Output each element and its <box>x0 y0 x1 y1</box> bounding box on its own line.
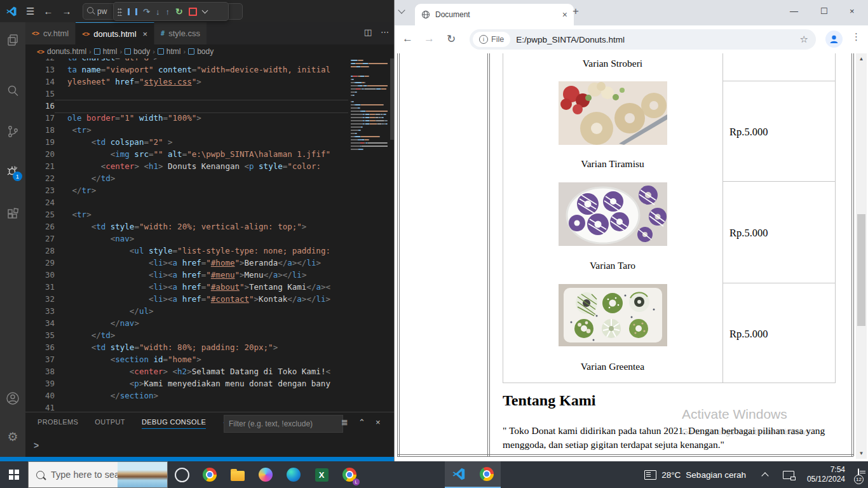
chrome-profile-button[interactable]: L <box>336 461 363 488</box>
file-explorer-button[interactable] <box>224 461 252 488</box>
tab-donuts-html[interactable]: <>donuts.html× <box>76 22 154 45</box>
weather-widget[interactable]: 28°C Sebagian cerah <box>644 470 746 480</box>
panel-tab-output[interactable]: OUTPUT <box>95 418 125 429</box>
code-line[interactable]: 14ylesheet" href="styles.css"> <box>25 76 348 88</box>
tab-search-chevron-icon[interactable] <box>398 6 405 13</box>
collapse-panel-icon[interactable]: ⌃ <box>358 417 365 427</box>
vscode-statusbar[interactable] <box>0 457 394 461</box>
debug-step-into-icon[interactable]: ↓ <box>156 8 160 16</box>
tab-close-icon[interactable]: × <box>143 29 148 39</box>
code-line[interactable]: 19 <td colspan="2" > <box>25 136 348 148</box>
code-line[interactable]: 13ta name="viewport" content="width=devi… <box>25 64 348 76</box>
run-debug-icon[interactable]: 1 <box>0 157 25 185</box>
browser-close-icon[interactable]: × <box>850 6 855 16</box>
breadcrumb-file[interactable]: <>donuts.html <box>37 47 86 56</box>
bookmark-star-icon[interactable]: ☆ <box>800 34 808 45</box>
code-line[interactable]: 16 <box>25 100 348 112</box>
nav-forward-icon[interactable]: → <box>62 6 71 17</box>
scroll-up-icon[interactable]: ▲ <box>856 53 867 64</box>
code-line[interactable]: 15 <box>25 88 348 100</box>
taskbar-search-input[interactable] <box>50 469 128 480</box>
clear-filter-icon[interactable]: ≣ <box>341 417 348 427</box>
excel-button[interactable]: X <box>308 461 336 488</box>
search-highlight-image[interactable] <box>118 462 167 487</box>
code-line[interactable]: 41 <box>25 402 348 412</box>
new-tab-icon[interactable]: + <box>573 5 579 18</box>
code-line[interactable]: 24 <box>25 196 348 208</box>
code-line[interactable]: 27 <nav> <box>25 233 348 245</box>
code-line[interactable]: 32 <li><a href="#contact">Kontak</a></li… <box>25 293 348 305</box>
clock[interactable]: 7:54 05/12/2024 <box>807 465 845 484</box>
browser-tab[interactable]: Document × <box>415 4 574 25</box>
debug-restart-icon[interactable]: ↻ <box>175 6 183 17</box>
code-line[interactable]: 17ole border="1" width="100%"> <box>25 112 348 124</box>
network-icon[interactable] <box>783 471 794 479</box>
debug-stop-icon[interactable] <box>189 8 197 16</box>
debug-filter-input[interactable] <box>224 415 343 433</box>
code-editor[interactable]: 12ta charset="utf-8">13ta name="viewport… <box>25 58 394 412</box>
code-line[interactable]: 35 </td> <box>25 329 348 341</box>
code-line[interactable]: 23 </tr> <box>25 184 348 196</box>
nav-back-icon[interactable]: ← <box>43 6 53 17</box>
code-line[interactable]: 36 <td style="width: 80%; padding: 20px;… <box>25 341 348 353</box>
explorer-icon[interactable] <box>0 26 25 54</box>
code-line[interactable]: 33 </ul> <box>25 305 348 317</box>
vscode-taskbar-button[interactable] <box>445 461 473 488</box>
search-sidebar-icon[interactable] <box>0 77 25 105</box>
cortana-button[interactable] <box>168 461 196 488</box>
file-scheme-chip[interactable]: iFile <box>473 32 510 47</box>
code-line[interactable]: 39 <p>Kami menyediakan menu donat dengan… <box>25 377 348 390</box>
breadcrumb-body2[interactable]: body <box>188 47 214 56</box>
breadcrumb-html2[interactable]: html <box>158 47 181 56</box>
tray-expand-icon[interactable] <box>761 472 768 479</box>
tab-style-css[interactable]: #style.css <box>154 22 207 44</box>
code-line[interactable]: 25 <tr> <box>25 208 348 220</box>
extensions-icon[interactable] <box>0 200 25 228</box>
breadcrumb-body[interactable]: body <box>125 47 150 56</box>
browser-maximize-icon[interactable]: ☐ <box>820 6 828 16</box>
code-line[interactable]: 34 </nav> <box>25 317 348 329</box>
debug-pause-icon[interactable] <box>128 8 137 15</box>
tab-cv-html[interactable]: <>cv.html <box>25 22 76 44</box>
profile-avatar[interactable] <box>825 30 843 48</box>
chrome-taskbar-button[interactable] <box>196 461 224 488</box>
drag-handle-icon[interactable] <box>118 8 122 16</box>
code-line[interactable]: 28 <ul style="list-style-type: none; pad… <box>25 245 348 257</box>
panel-tab-debug-console[interactable]: DEBUG CONSOLE <box>142 418 206 429</box>
browser-forward-icon[interactable]: → <box>424 32 435 45</box>
code-line[interactable]: 38 <center> <h2>Selamat Datang di Toko K… <box>25 365 348 377</box>
code-line[interactable]: 12ta charset="utf-8"> <box>25 58 348 64</box>
split-editor-icon[interactable]: ◫ <box>364 27 372 37</box>
code-line[interactable]: 29 <li><a href="#home">Beranda</a></li> <box>25 257 348 269</box>
panel-tab-problems[interactable]: PROBLEMS <box>37 418 78 429</box>
debug-dropdown-icon[interactable] <box>201 8 208 14</box>
browser-minimize-icon[interactable]: — <box>790 6 798 16</box>
browser-reload-icon[interactable]: ↻ <box>447 32 456 46</box>
taskbar-search[interactable] <box>28 461 168 488</box>
copilot-button[interactable] <box>252 461 280 488</box>
page-scrollbar[interactable]: ▲ ▼ <box>856 53 867 459</box>
source-control-icon[interactable] <box>0 118 25 146</box>
code-line[interactable]: 40 </section> <box>25 390 348 402</box>
browser-back-icon[interactable]: ← <box>402 32 413 45</box>
browser-menu-icon[interactable]: ⋮ <box>851 31 861 43</box>
code-line[interactable]: 18 <tr> <box>25 124 348 136</box>
tab-close-icon[interactable]: × <box>562 10 567 20</box>
code-line[interactable]: 26 <td style="width: 20%; vertical-align… <box>25 220 348 233</box>
settings-gear-icon[interactable]: ⚙ <box>0 423 25 451</box>
address-bar[interactable]: iFile E:/pwpb_SINTA/Donuts.html ☆ <box>470 29 816 50</box>
code-line[interactable]: 20 <img src="" alt="e:\pwpb_SINTA\halama… <box>25 148 348 160</box>
scrollbar-thumb[interactable] <box>857 214 865 326</box>
more-actions-icon[interactable]: ⋯ <box>381 27 389 37</box>
close-panel-icon[interactable]: × <box>376 417 381 427</box>
url-text[interactable]: E:/pwpb_SINTA/Donuts.html <box>516 35 799 44</box>
code-line[interactable]: 31 <li><a href="#about">Tentang Kami</a>… <box>25 281 348 293</box>
code-line[interactable]: 30 <li><a href="#menu">Menu</a></li> <box>25 269 348 281</box>
notification-center-button[interactable]: 12 <box>858 469 859 480</box>
breadcrumb-html[interactable]: html <box>94 47 118 56</box>
edge-button[interactable] <box>280 461 308 488</box>
menu-icon[interactable]: ☰ <box>26 6 34 17</box>
code-line[interactable]: 37 <section id="home"> <box>25 353 348 365</box>
debug-step-out-icon[interactable]: ↑ <box>165 8 170 16</box>
chrome-active-taskbar-button[interactable] <box>473 461 501 488</box>
